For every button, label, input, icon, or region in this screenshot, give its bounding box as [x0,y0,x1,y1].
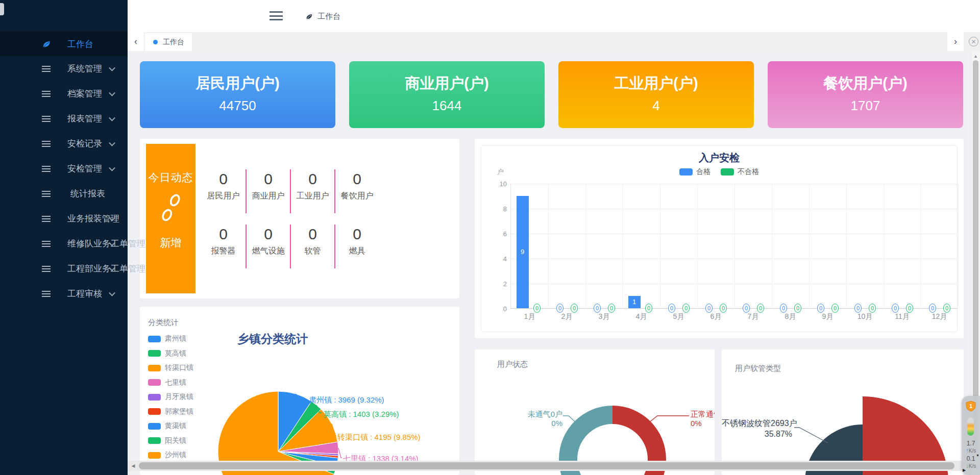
y-axis-unit: 户 [497,167,504,177]
scroll-left-icon[interactable]: ◀ [129,461,138,471]
gridline [921,184,921,309]
label-leader-line [650,416,689,421]
upload-speed: 1.7 [962,440,980,447]
workbench-page: 工作台 系统管理 档案管理 报表管理 [0,0,980,475]
zero-value-label: 0 [720,304,727,313]
stat-card-title: 餐饮用户(户) [768,73,963,94]
tabs-scroll-left-icon[interactable]: ‹ [128,32,144,51]
today-stats-row1: 0 居民用户 0 商业用户 0 工业用户 0 餐饮用户 [201,169,405,213]
sidebar-item[interactable]: 档案管理 [0,81,128,106]
legend-item[interactable]: 不合格 [721,167,759,177]
gridline [734,184,735,309]
horizontal-scroll-thumb[interactable] [139,462,954,469]
sidebar-nav: 工作台 系统管理 档案管理 报表管理 [0,32,128,306]
speed-monitor-widget[interactable]: 1 1.7 ↑K/s 0.1 ↓K/s ▼ ▶ [962,396,980,475]
gridline [884,184,884,309]
gridline [697,184,698,309]
zero-value-label: 0 [929,304,936,313]
x-tick-label: 11月 [884,312,921,321]
stat-value: 0 [201,226,246,243]
chevron-down-icon [109,139,115,146]
tabs-close-icon[interactable]: ✕ [969,37,978,46]
x-tick-label: 8月 [772,312,809,321]
stat-cell: 0 软管 [290,224,334,268]
tab-active-dot [153,40,158,44]
stat-cell: 0 工业用户 [290,169,334,213]
menu-icon [42,165,52,173]
zero-value-label: 0 [854,304,862,313]
scroll-up-icon[interactable]: ▲ [971,52,980,60]
sidebar-item[interactable]: 工程部业务工单管理 [0,256,128,281]
town-pie-panel: 分类统计 乡镇分类统计 肃州镇 莫高镇 转渠口镇 七里镇 月牙泉镇 [140,307,459,475]
horizontal-scrollbar[interactable]: ◀ [128,461,971,471]
bar-plot-area: 10864201月902月003月004月105月006月007月008月009… [510,184,958,309]
breadcrumb-label: 工作台 [317,12,340,21]
chevron-down-icon [109,89,115,96]
stat-card-title: 工业用户(户) [558,73,754,94]
stat-card-title: 商业用户(户) [349,73,545,94]
donut-label-left: 未通气0户 0% [505,410,562,428]
zero-value-label: 0 [645,304,652,313]
today-banner: 今日动态 新增 [146,144,195,293]
stat-cell: 0 商业用户 [246,169,290,213]
sidebar-item[interactable]: 统计报表 [0,181,128,206]
sidebar-item[interactable]: 业务报装管理 [0,206,128,231]
sidebar-item[interactable]: 报表管理 [0,106,128,131]
vertical-scroll-thumb[interactable] [973,60,978,449]
zero-value-label: 0 [780,304,787,313]
menu-icon [42,90,52,98]
stat-cell: 0 报警器 [201,224,246,268]
zero-value-label: 0 [533,304,541,313]
upload-unit: ↑K/s [962,447,980,454]
y-tick-label: 8 [487,205,507,213]
zero-value-label: 0 [556,304,564,313]
zero-value-label: 0 [794,304,801,313]
sidebar-item[interactable]: 工作台 [0,32,128,56]
stat-card: 居民用户(户) 44750 [140,61,335,128]
tabs-scroll-right-icon[interactable]: › [947,32,964,51]
chevron-down-icon [109,289,115,296]
sidebar-item-label: 系统管理 [67,63,102,74]
breadcrumb[interactable]: 工作台 [305,12,340,21]
pinwheel-icon [156,193,186,222]
stat-card-value: 44750 [140,98,335,114]
chart-legend: 合格 不合格 [475,167,964,177]
sidebar: 工作台 系统管理 档案管理 报表管理 [0,0,128,475]
sidebar-item[interactable]: 工程审核 [0,281,128,306]
hamburger-menu-icon[interactable] [270,11,283,20]
stat-cell: 0 燃气设施 [246,224,290,268]
zero-value-label: 0 [743,304,750,313]
stat-value: 0 [247,226,290,243]
expand-icon: ▶ [963,468,966,472]
sidebar-item[interactable]: 系统管理 [0,56,128,81]
sidebar-item-label: 维修队业务工单管理 [67,238,145,249]
y-tick-label: 0 [487,305,507,313]
sidebar-item[interactable]: 安检管理 [0,156,128,181]
stat-value: 0 [291,170,334,188]
x-tick-label: 1月 [511,312,548,321]
town-pie-chart [140,307,459,475]
x-tick-label: 2月 [548,312,585,321]
menu-icon [42,240,52,248]
chevron-down-icon [109,64,115,71]
gridline [623,184,623,309]
menu-icon [42,115,52,123]
x-tick-label: 9月 [809,312,846,321]
sidebar-item-label: 档案管理 [67,88,102,99]
gridline [585,184,586,309]
sidebar-item[interactable]: 维修队业务工单管理 [0,231,128,256]
today-panel: 今日动态 新增 0 居民用户 0 商业用户 0 [140,139,459,298]
y-tick-label: 4 [487,255,507,263]
breadcrumb-leaf-icon [305,13,313,20]
stat-card-value: 4 [558,98,754,114]
stat-label: 软管 [291,246,334,257]
sidebar-item[interactable]: 安检记录 [0,131,128,156]
today-stats-row2: 0 报警器 0 燃气设施 0 软管 0 燃具 [201,224,405,268]
x-tick-label: 6月 [697,312,734,321]
sidebar-item-label: 安检管理 [67,163,102,174]
sidebar-item-label: 工程审核 [67,288,102,299]
legend-item[interactable]: 合格 [679,167,710,177]
menu-icon [42,290,52,298]
zero-value-label: 0 [705,304,713,313]
tab-workbench[interactable]: 工作台 [145,33,192,51]
